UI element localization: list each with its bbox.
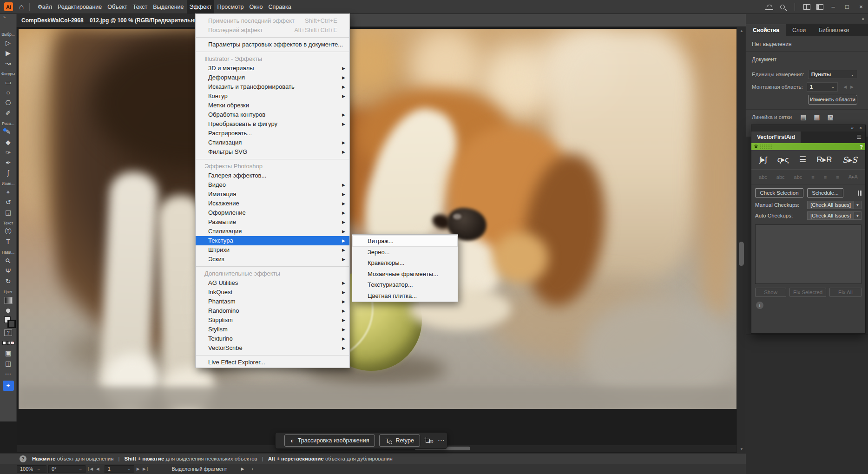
stroke-question-swatch[interactable]: ?: [2, 328, 14, 338]
effect-menu-item[interactable]: Текстура ▶: [196, 236, 349, 245]
shaper-tool[interactable]: ✐: [2, 108, 14, 118]
effect-menu-item[interactable]: Метки обрезки ▶: [196, 101, 349, 110]
last-artboard-icon[interactable]: ▶ ▶|: [137, 467, 149, 471]
transparency-grid-icon[interactable]: ▩: [828, 113, 834, 121]
auto-checkups-select[interactable]: [Check All Issues] ▼: [807, 211, 861, 220]
schedule-button[interactable]: Schedule...: [807, 188, 843, 198]
effect-menu-item[interactable]: Видео ▶: [196, 180, 349, 190]
artboard-number-select[interactable]: 1⌄: [105, 465, 134, 473]
style-cleanup-icon[interactable]: S▸S: [842, 155, 857, 165]
grid-icon[interactable]: ▦: [814, 113, 820, 121]
panel-menu-icon[interactable]: ☰: [856, 132, 865, 143]
document-image[interactable]: [19, 29, 736, 409]
polygon-tool[interactable]: ⎔: [2, 98, 14, 108]
menubar-item[interactable]: Объект: [105, 0, 130, 14]
info-icon[interactable]: i: [756, 302, 763, 309]
fix-all-button[interactable]: Fix All: [829, 288, 861, 297]
effect-menu-item[interactable]: Эскиз ▶: [196, 255, 349, 264]
effect-menu-item[interactable]: Phantasm ▶: [196, 297, 349, 306]
check-selection-button[interactable]: Check Selection: [755, 188, 803, 198]
ellipse-tool[interactable]: ○: [2, 87, 14, 98]
touch-type-tool[interactable]: Ⓣ: [2, 226, 14, 237]
group-selection-tool[interactable]: ↝: [2, 58, 14, 68]
menubar-item[interactable]: Просмотр: [214, 0, 246, 14]
banner-help-icon[interactable]: ?: [860, 144, 863, 150]
home-icon[interactable]: ⌂: [19, 3, 24, 11]
menubar-item[interactable]: Редактирование: [55, 0, 105, 14]
align-text-icon[interactable]: ☰: [799, 155, 806, 165]
minimize-button[interactable]: –: [826, 0, 840, 14]
texture-submenu-item[interactable]: Зерно...: [352, 247, 458, 258]
menubar-item[interactable]: Справка: [266, 0, 294, 14]
effect-menu-item[interactable]: Обработка контуров ▶: [196, 110, 349, 119]
edit-artboards-button[interactable]: Изменить области: [808, 95, 857, 105]
screen-mode-icon[interactable]: ◫: [2, 358, 14, 369]
maximize-button[interactable]: □: [840, 0, 854, 14]
menubar-item[interactable]: Файл: [35, 0, 55, 14]
texture-submenu-item[interactable]: Цветная плитка...: [352, 290, 458, 302]
manual-checkups-select[interactable]: [Check All Issues] ▼: [807, 201, 861, 209]
pen-tool[interactable]: ✒: [2, 158, 14, 168]
more-options-icon[interactable]: ⋯: [438, 436, 445, 445]
rotation-select[interactable]: 0°⌄: [48, 465, 85, 473]
menubar-item[interactable]: Текст: [130, 0, 150, 14]
effect-menu-item[interactable]: VectorScribe ▶: [196, 343, 349, 353]
effect-menu-item[interactable]: Деформация ▶: [196, 73, 349, 82]
clean-paths-icon[interactable]: ʃ▸ʃ: [759, 155, 767, 165]
effect-menu-item[interactable]: Контур ▶: [196, 92, 349, 101]
texture-submenu-item[interactable]: Кракелюры...: [352, 257, 458, 269]
effect-menu-item[interactable]: Randomino ▶: [196, 306, 349, 316]
replace-fonts-icon[interactable]: R▸R: [817, 155, 832, 165]
artboard-prev-next-icons[interactable]: ◀▶: [843, 85, 857, 89]
scroll-down-icon[interactable]: ▼: [737, 447, 746, 451]
type-tool[interactable]: T: [2, 237, 14, 247]
eyedropper-tool[interactable]: [2, 305, 14, 316]
effect-menu-item[interactable]: Последний эффект Alt+Shift+Ctrl+E ▶: [196, 26, 349, 35]
toolbar-header[interactable]: » · · ·: [0, 14, 17, 27]
fill-stroke-swatches[interactable]: [2, 316, 14, 328]
menubar-item[interactable]: Выделение: [150, 0, 186, 14]
direct-selection-tool[interactable]: ▶: [2, 48, 14, 58]
effect-menu-item[interactable]: Галерея эффектов... ▶: [196, 171, 349, 180]
search-icon[interactable]: [776, 0, 789, 14]
effect-menu-item[interactable]: Имитация ▶: [196, 190, 349, 199]
curvature-tool[interactable]: ʃ: [2, 168, 14, 178]
dropdown-arrow-icon[interactable]: ▼: [854, 201, 861, 209]
color-type-row[interactable]: [2, 338, 14, 348]
effect-menu-item[interactable]: Stipplism ▶: [196, 316, 349, 325]
menubar-item[interactable]: Эффект: [187, 0, 215, 14]
first-artboard-icon[interactable]: |◀ ◀: [88, 467, 100, 471]
statusbar-collapse-icon[interactable]: ‹: [252, 466, 254, 472]
panel-tab[interactable]: Библиотеки: [812, 24, 855, 36]
dropdown-arrow-icon[interactable]: ▼: [854, 212, 861, 219]
close-button[interactable]: ×: [854, 0, 868, 14]
effect-menu-item[interactable]: Искажение ▶: [196, 199, 349, 208]
generative-ai-button[interactable]: ✦: [3, 381, 14, 391]
rotate-tool[interactable]: ↺: [2, 197, 14, 207]
pencil-tool[interactable]: ✎: [2, 127, 14, 137]
effect-menu-item[interactable]: Оформление ▶: [196, 208, 349, 217]
rectangle-tool[interactable]: ▭: [2, 77, 14, 87]
texture-submenu-item[interactable]: Мозаичные фрагменты...: [352, 269, 458, 280]
effect-menu-item[interactable]: Размытие ▶: [196, 217, 349, 227]
effect-menu-item[interactable]: Stylism ▶: [196, 325, 349, 334]
panel-layout-icon[interactable]: [813, 0, 826, 14]
hand-tool[interactable]: Ψ: [2, 266, 14, 276]
scroll-up-icon[interactable]: ▲: [737, 29, 746, 33]
effect-menu-item[interactable]: InkQuest ▶: [196, 288, 349, 297]
effect-menu-item[interactable]: Live Effect Explorer... ▶: [196, 358, 349, 367]
dock-collapse-icon[interactable]: »: [861, 16, 864, 21]
show-button[interactable]: Show: [755, 288, 786, 297]
license-banner[interactable]: ♛ ?: [751, 143, 865, 150]
effect-menu-item[interactable]: Стилизация ▶: [196, 227, 349, 236]
help-icon[interactable]: ?: [20, 455, 26, 462]
toolbar-expand-icon[interactable]: »: [3, 15, 6, 20]
status-expand-icon[interactable]: ▶: [241, 467, 244, 471]
texture-submenu-item[interactable]: Текстуризатор...: [352, 279, 458, 290]
vertical-scrollbar[interactable]: ▲ ▼: [736, 27, 746, 453]
effect-menu-item[interactable]: Исказить и трансформировать ▶: [196, 82, 349, 92]
notifications-bell-icon[interactable]: [763, 0, 776, 14]
vectorfirstaid-tab[interactable]: VectorFirstAid: [751, 132, 801, 143]
retype-button[interactable]: T Retype: [379, 434, 420, 447]
effect-menu-item[interactable]: Стилизация ▶: [196, 138, 349, 147]
